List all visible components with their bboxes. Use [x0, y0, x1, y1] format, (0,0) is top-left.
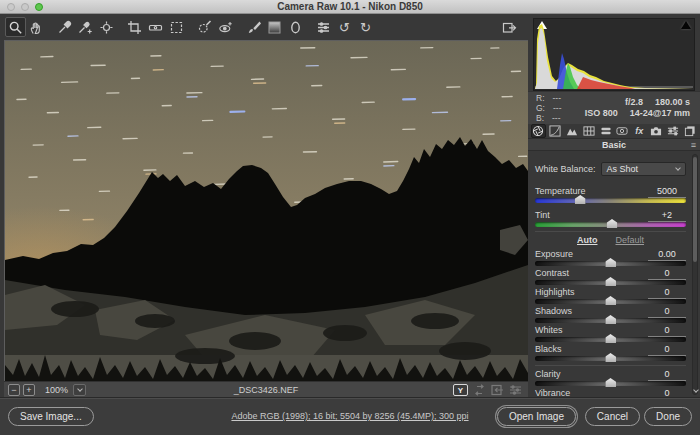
- hand-tool-button[interactable]: [26, 17, 47, 37]
- zoom-tool-button[interactable]: [5, 17, 26, 37]
- tab-snapshots[interactable]: [682, 124, 697, 138]
- copy-settings-icon[interactable]: [491, 384, 504, 396]
- lens-value: 14-24@17 mm: [630, 108, 690, 119]
- preferences-button[interactable]: [313, 17, 334, 37]
- lens-icon: [616, 125, 628, 137]
- tint-track[interactable]: [535, 222, 686, 227]
- histogram[interactable]: [533, 18, 695, 91]
- whites-thumb[interactable]: [605, 334, 616, 343]
- white-balance-select[interactable]: As Shot: [601, 162, 686, 176]
- slider-value[interactable]: 0: [648, 287, 686, 299]
- slider-label: Tint: [535, 210, 550, 220]
- default-link[interactable]: Default: [615, 235, 644, 245]
- brush-icon: [246, 20, 261, 35]
- hand-icon: [29, 20, 44, 35]
- graduated-filter-tool-button[interactable]: [264, 17, 285, 37]
- temperature-track[interactable]: [535, 198, 686, 203]
- slider-value[interactable]: 0.00: [648, 249, 686, 261]
- tint-thumb[interactable]: [607, 219, 618, 228]
- done-button[interactable]: Done: [644, 407, 692, 426]
- preview-preferences-icon[interactable]: [509, 384, 522, 396]
- white-balance-row: White Balance: As Shot: [535, 162, 686, 176]
- temperature-thumb[interactable]: [575, 195, 586, 204]
- presets-sliders-icon: [667, 125, 679, 137]
- panel-menu-icon[interactable]: ≡: [691, 139, 696, 151]
- g-value: ---: [553, 103, 562, 113]
- slider-temperature: Temperature 5000: [535, 186, 686, 205]
- whites-track[interactable]: [535, 337, 686, 342]
- cancel-button[interactable]: Cancel: [585, 407, 640, 426]
- filename-label: _DSC3426.NEF: [4, 385, 528, 395]
- shutter-value: 180.00 s: [655, 97, 690, 108]
- workflow-options-text[interactable]: Adobe RGB (1998); 16 bit; 5504 by 8256 (…: [231, 411, 468, 421]
- exposure-thumb[interactable]: [605, 258, 616, 267]
- transform-tool-button[interactable]: [166, 17, 187, 37]
- aperture-value: f/2.8: [625, 97, 643, 108]
- contrast-track[interactable]: [535, 280, 686, 285]
- clarity-track[interactable]: [535, 381, 686, 386]
- slider-value[interactable]: 5000: [648, 186, 686, 198]
- panel-tabs: fx: [528, 124, 700, 138]
- swap-before-after-icon[interactable]: [473, 384, 486, 396]
- clarity-thumb[interactable]: [605, 378, 616, 387]
- panel-scrollbar[interactable]: [692, 154, 698, 395]
- spot-removal-tool-button[interactable]: [194, 17, 215, 37]
- fullscreen-icon: [502, 20, 517, 35]
- b-label: B:: [536, 113, 544, 123]
- b-value: ---: [552, 113, 561, 123]
- panel-title: Basic: [602, 140, 626, 150]
- slider-value[interactable]: +2: [648, 210, 686, 222]
- tab-camera-calibration[interactable]: [649, 124, 664, 138]
- slider-label: Blacks: [535, 344, 562, 354]
- scrollbar-thumb[interactable]: [693, 157, 697, 262]
- slider-value[interactable]: 0: [648, 325, 686, 337]
- tab-effects[interactable]: fx: [632, 124, 647, 138]
- slider-whites: Whites 0: [535, 325, 686, 344]
- tab-presets[interactable]: [665, 124, 680, 138]
- toolbar: ↺ ↻: [0, 14, 528, 40]
- tab-lens-corrections[interactable]: [615, 124, 630, 138]
- slider-value[interactable]: 0: [648, 268, 686, 280]
- open-image-button[interactable]: Open Image: [497, 407, 576, 426]
- auto-default-row: Auto Default: [535, 235, 686, 245]
- slider-label: Contrast: [535, 268, 569, 278]
- rotate-right-button[interactable]: ↻: [355, 17, 376, 37]
- crop-tool-button[interactable]: [124, 17, 145, 37]
- straighten-tool-button[interactable]: [145, 17, 166, 37]
- radial-filter-tool-button[interactable]: [285, 17, 306, 37]
- shadows-thumb[interactable]: [605, 315, 616, 324]
- tab-split-toning[interactable]: [598, 124, 613, 138]
- sharpen-triangles-icon: [566, 125, 578, 137]
- contrast-thumb[interactable]: [605, 277, 616, 286]
- eyedropper-icon: [57, 20, 72, 35]
- tab-tone-curve[interactable]: [548, 124, 563, 138]
- tab-detail[interactable]: [565, 124, 580, 138]
- slider-value[interactable]: 0: [648, 344, 686, 356]
- tab-hsl-grayscale[interactable]: [581, 124, 596, 138]
- blacks-track[interactable]: [535, 356, 686, 361]
- targeted-adjustment-tool-button[interactable]: [96, 17, 117, 37]
- exposure-track[interactable]: [535, 261, 686, 266]
- red-eye-removal-tool-button[interactable]: [215, 17, 236, 37]
- color-sampler-tool-button[interactable]: [75, 17, 96, 37]
- toggle-fullscreen-button[interactable]: [499, 17, 520, 37]
- histogram-plot: [535, 19, 693, 89]
- r-value: ---: [553, 93, 562, 103]
- slider-value[interactable]: 0: [648, 306, 686, 318]
- adjustment-brush-tool-button[interactable]: [243, 17, 264, 37]
- highlights-track[interactable]: [535, 299, 686, 304]
- auto-link[interactable]: Auto: [577, 235, 598, 245]
- tab-basic[interactable]: [531, 124, 546, 138]
- titlebar: Camera Raw 10.1 - Nikon D850: [0, 0, 700, 14]
- rotate-left-button[interactable]: ↺: [334, 17, 355, 37]
- divider: [535, 231, 686, 232]
- settings-list-icon: [316, 20, 331, 35]
- shadows-track[interactable]: [535, 318, 686, 323]
- scroll-down-icon[interactable]: [693, 387, 699, 393]
- slider-value[interactable]: 0: [648, 369, 686, 381]
- blacks-thumb[interactable]: [605, 353, 616, 362]
- photo-preview[interactable]: [4, 40, 528, 381]
- white-balance-tool-button[interactable]: [54, 17, 75, 37]
- gradient-icon: [267, 20, 282, 35]
- highlights-thumb[interactable]: [605, 296, 616, 305]
